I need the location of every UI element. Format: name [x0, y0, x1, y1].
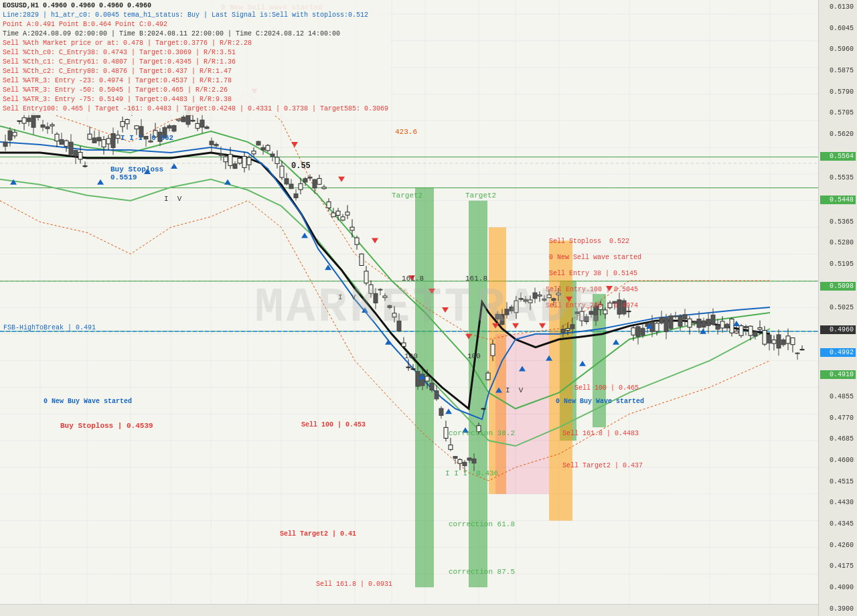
sell-line-7: Sell %ATR_3: Entry -75: 0.5149 | Target:…: [3, 95, 388, 104]
price-0492: 0.4992: [820, 348, 856, 357]
price-0556: 0.5564: [820, 152, 856, 161]
info-line2: Line:2829 | h1_atr_c0: 0.0045 tema_h1_st…: [3, 11, 388, 20]
price-axis: 0.6130 0.6045 0.5960 0.5875 0.5790 0.570…: [818, 0, 857, 616]
price-0444: 0.4430: [820, 499, 856, 506]
price-0596: 0.5960: [820, 46, 856, 53]
price-0528: 0.5280: [820, 239, 856, 246]
price-0419: 0.4175: [820, 562, 856, 570]
sell-line-5: Sell %ATR_3: Entry -23: 0.4974 | Target:…: [3, 76, 388, 86]
sell-line-4: Sell %Cth_c2: C_Entry88: 0.4876 | Target…: [3, 67, 388, 76]
price-0554: 0.5535: [820, 174, 856, 181]
price-0487: 0.4855: [820, 393, 856, 400]
price-0545: 0.5448: [820, 196, 856, 204]
price-0509: 0.5098: [820, 282, 856, 291]
sell-line-1: Sell %Ath Market price or at: 0.478 | Ta…: [3, 39, 388, 48]
price-0503: 0.5025: [820, 304, 856, 311]
price-bottom: 0.3900: [820, 605, 856, 613]
price-0604: 0.6045: [820, 25, 856, 32]
sell-line-6: Sell %ATR_3: Entry -50: 0.5045 | Target:…: [3, 86, 388, 95]
time-axis: [0, 604, 818, 616]
info-panel: EOSUSD,H1 0.4960 0.4960 0.4960 0.4960 Li…: [0, 0, 391, 115]
price-0563: 0.5620: [820, 131, 856, 138]
price-0579: 0.5790: [820, 88, 856, 96]
price-0588: 0.5875: [820, 67, 856, 74]
price-0478: 0.4770: [820, 414, 856, 422]
info-line3: Point A:0.491 Point B:0.464 Point C:0.49…: [3, 20, 388, 29]
price-0520: 0.5195: [820, 260, 856, 268]
price-0537: 0.5365: [820, 218, 856, 226]
price-0470: 0.4685: [820, 435, 856, 443]
info-line4: Time A:2024.08.09 02:00:00 | Time B:2024…: [3, 29, 388, 39]
price-0428: 0.4260: [820, 542, 856, 549]
price-0453: 0.4515: [820, 478, 856, 485]
price-0411: 0.4090: [820, 584, 856, 591]
chart-title-line: EOSUSD,H1 0.4960 0.4960 0.4960 0.4960: [3, 1, 388, 11]
sell-line-8: Sell Entry100: 0.465 | Target -161: 0.44…: [3, 104, 388, 114]
price-0436: 0.4345: [820, 520, 856, 528]
price-0491: 0.4910: [820, 370, 856, 379]
sell-line-3: Sell %Cth_c1: C_Entry61: 0.4807 | Target…: [3, 58, 388, 67]
price-0461: 0.4600: [820, 457, 856, 464]
sell-line-2: Sell %Cth_c0: C_Entry38: 0.4743 | Target…: [3, 48, 388, 58]
price-0496: 0.4960: [820, 325, 856, 334]
price-0613: 0.6130: [820, 3, 856, 11]
price-0571: 0.5705: [820, 109, 856, 117]
chart-container: MARKETTRADE EOSUSD,H1 0.4960 0.4960 0.49…: [0, 0, 857, 616]
